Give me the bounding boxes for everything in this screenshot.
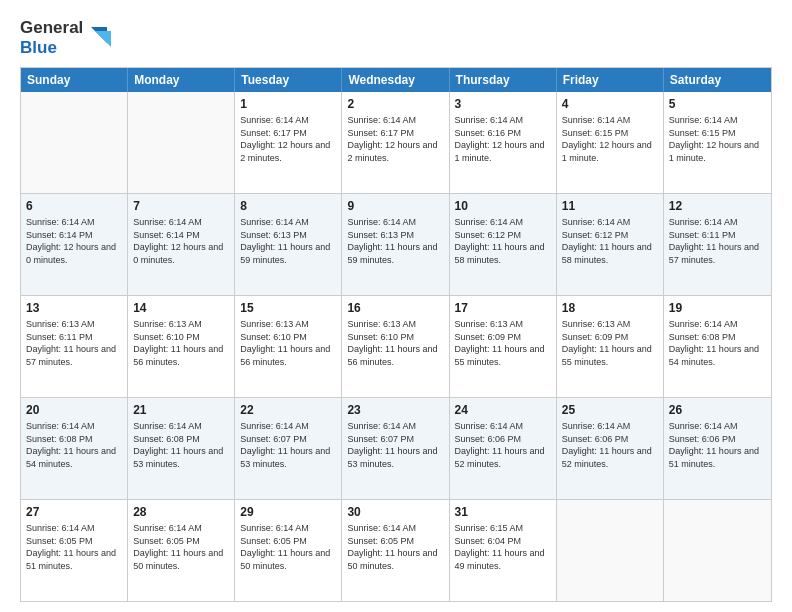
calendar-cell-0-3: 2Sunrise: 6:14 AM Sunset: 6:17 PM Daylig… bbox=[342, 92, 449, 193]
day-number: 11 bbox=[562, 198, 658, 214]
header-day-friday: Friday bbox=[557, 68, 664, 92]
calendar-cell-4-2: 29Sunrise: 6:14 AM Sunset: 6:05 PM Dayli… bbox=[235, 500, 342, 601]
calendar-header: SundayMondayTuesdayWednesdayThursdayFrid… bbox=[21, 68, 771, 92]
day-info: Sunrise: 6:14 AM Sunset: 6:12 PM Dayligh… bbox=[455, 216, 551, 266]
day-number: 18 bbox=[562, 300, 658, 316]
day-number: 26 bbox=[669, 402, 766, 418]
day-number: 22 bbox=[240, 402, 336, 418]
day-info: Sunrise: 6:13 AM Sunset: 6:09 PM Dayligh… bbox=[562, 318, 658, 368]
day-info: Sunrise: 6:13 AM Sunset: 6:09 PM Dayligh… bbox=[455, 318, 551, 368]
calendar-cell-3-0: 20Sunrise: 6:14 AM Sunset: 6:08 PM Dayli… bbox=[21, 398, 128, 499]
calendar-row-4: 27Sunrise: 6:14 AM Sunset: 6:05 PM Dayli… bbox=[21, 499, 771, 601]
header-day-sunday: Sunday bbox=[21, 68, 128, 92]
day-number: 7 bbox=[133, 198, 229, 214]
day-info: Sunrise: 6:14 AM Sunset: 6:15 PM Dayligh… bbox=[562, 114, 658, 164]
calendar-cell-1-3: 9Sunrise: 6:14 AM Sunset: 6:13 PM Daylig… bbox=[342, 194, 449, 295]
day-number: 27 bbox=[26, 504, 122, 520]
calendar-cell-4-0: 27Sunrise: 6:14 AM Sunset: 6:05 PM Dayli… bbox=[21, 500, 128, 601]
calendar-cell-2-4: 17Sunrise: 6:13 AM Sunset: 6:09 PM Dayli… bbox=[450, 296, 557, 397]
svg-marker-1 bbox=[95, 31, 111, 47]
day-info: Sunrise: 6:13 AM Sunset: 6:10 PM Dayligh… bbox=[240, 318, 336, 368]
day-number: 2 bbox=[347, 96, 443, 112]
calendar-cell-1-1: 7Sunrise: 6:14 AM Sunset: 6:14 PM Daylig… bbox=[128, 194, 235, 295]
day-number: 15 bbox=[240, 300, 336, 316]
day-info: Sunrise: 6:14 AM Sunset: 6:12 PM Dayligh… bbox=[562, 216, 658, 266]
calendar-cell-3-4: 24Sunrise: 6:14 AM Sunset: 6:06 PM Dayli… bbox=[450, 398, 557, 499]
day-number: 14 bbox=[133, 300, 229, 316]
calendar-cell-1-6: 12Sunrise: 6:14 AM Sunset: 6:11 PM Dayli… bbox=[664, 194, 771, 295]
day-number: 10 bbox=[455, 198, 551, 214]
day-number: 29 bbox=[240, 504, 336, 520]
day-info: Sunrise: 6:13 AM Sunset: 6:11 PM Dayligh… bbox=[26, 318, 122, 368]
day-info: Sunrise: 6:14 AM Sunset: 6:05 PM Dayligh… bbox=[347, 522, 443, 572]
calendar-row-2: 13Sunrise: 6:13 AM Sunset: 6:11 PM Dayli… bbox=[21, 295, 771, 397]
day-number: 13 bbox=[26, 300, 122, 316]
day-info: Sunrise: 6:14 AM Sunset: 6:14 PM Dayligh… bbox=[133, 216, 229, 266]
header-day-saturday: Saturday bbox=[664, 68, 771, 92]
calendar-body: 1Sunrise: 6:14 AM Sunset: 6:17 PM Daylig… bbox=[21, 92, 771, 601]
day-info: Sunrise: 6:14 AM Sunset: 6:05 PM Dayligh… bbox=[240, 522, 336, 572]
calendar-cell-3-1: 21Sunrise: 6:14 AM Sunset: 6:08 PM Dayli… bbox=[128, 398, 235, 499]
logo: General Blue bbox=[20, 18, 113, 57]
calendar-row-1: 6Sunrise: 6:14 AM Sunset: 6:14 PM Daylig… bbox=[21, 193, 771, 295]
day-info: Sunrise: 6:14 AM Sunset: 6:14 PM Dayligh… bbox=[26, 216, 122, 266]
day-number: 28 bbox=[133, 504, 229, 520]
day-info: Sunrise: 6:14 AM Sunset: 6:07 PM Dayligh… bbox=[240, 420, 336, 470]
day-info: Sunrise: 6:14 AM Sunset: 6:08 PM Dayligh… bbox=[669, 318, 766, 368]
calendar-cell-4-4: 31Sunrise: 6:15 AM Sunset: 6:04 PM Dayli… bbox=[450, 500, 557, 601]
day-number: 24 bbox=[455, 402, 551, 418]
day-number: 9 bbox=[347, 198, 443, 214]
day-info: Sunrise: 6:13 AM Sunset: 6:10 PM Dayligh… bbox=[133, 318, 229, 368]
day-info: Sunrise: 6:14 AM Sunset: 6:17 PM Dayligh… bbox=[347, 114, 443, 164]
day-info: Sunrise: 6:14 AM Sunset: 6:11 PM Dayligh… bbox=[669, 216, 766, 266]
calendar-cell-0-4: 3Sunrise: 6:14 AM Sunset: 6:16 PM Daylig… bbox=[450, 92, 557, 193]
day-info: Sunrise: 6:14 AM Sunset: 6:06 PM Dayligh… bbox=[455, 420, 551, 470]
day-number: 20 bbox=[26, 402, 122, 418]
calendar-cell-2-5: 18Sunrise: 6:13 AM Sunset: 6:09 PM Dayli… bbox=[557, 296, 664, 397]
day-info: Sunrise: 6:14 AM Sunset: 6:07 PM Dayligh… bbox=[347, 420, 443, 470]
day-info: Sunrise: 6:13 AM Sunset: 6:10 PM Dayligh… bbox=[347, 318, 443, 368]
calendar-cell-0-2: 1Sunrise: 6:14 AM Sunset: 6:17 PM Daylig… bbox=[235, 92, 342, 193]
calendar-cell-3-2: 22Sunrise: 6:14 AM Sunset: 6:07 PM Dayli… bbox=[235, 398, 342, 499]
calendar-cell-3-5: 25Sunrise: 6:14 AM Sunset: 6:06 PM Dayli… bbox=[557, 398, 664, 499]
day-number: 16 bbox=[347, 300, 443, 316]
page-header: General Blue bbox=[20, 18, 772, 57]
calendar-cell-1-0: 6Sunrise: 6:14 AM Sunset: 6:14 PM Daylig… bbox=[21, 194, 128, 295]
calendar-cell-2-6: 19Sunrise: 6:14 AM Sunset: 6:08 PM Dayli… bbox=[664, 296, 771, 397]
calendar-cell-4-5 bbox=[557, 500, 664, 601]
calendar-cell-2-2: 15Sunrise: 6:13 AM Sunset: 6:10 PM Dayli… bbox=[235, 296, 342, 397]
header-day-monday: Monday bbox=[128, 68, 235, 92]
calendar-cell-0-0 bbox=[21, 92, 128, 193]
calendar-cell-2-0: 13Sunrise: 6:13 AM Sunset: 6:11 PM Dayli… bbox=[21, 296, 128, 397]
day-info: Sunrise: 6:14 AM Sunset: 6:17 PM Dayligh… bbox=[240, 114, 336, 164]
calendar-cell-1-2: 8Sunrise: 6:14 AM Sunset: 6:13 PM Daylig… bbox=[235, 194, 342, 295]
day-info: Sunrise: 6:15 AM Sunset: 6:04 PM Dayligh… bbox=[455, 522, 551, 572]
calendar-cell-0-5: 4Sunrise: 6:14 AM Sunset: 6:15 PM Daylig… bbox=[557, 92, 664, 193]
day-info: Sunrise: 6:14 AM Sunset: 6:15 PM Dayligh… bbox=[669, 114, 766, 164]
calendar: SundayMondayTuesdayWednesdayThursdayFrid… bbox=[20, 67, 772, 602]
day-info: Sunrise: 6:14 AM Sunset: 6:16 PM Dayligh… bbox=[455, 114, 551, 164]
day-number: 12 bbox=[669, 198, 766, 214]
calendar-cell-4-1: 28Sunrise: 6:14 AM Sunset: 6:05 PM Dayli… bbox=[128, 500, 235, 601]
day-number: 4 bbox=[562, 96, 658, 112]
calendar-cell-2-3: 16Sunrise: 6:13 AM Sunset: 6:10 PM Dayli… bbox=[342, 296, 449, 397]
day-info: Sunrise: 6:14 AM Sunset: 6:05 PM Dayligh… bbox=[26, 522, 122, 572]
header-day-thursday: Thursday bbox=[450, 68, 557, 92]
day-number: 8 bbox=[240, 198, 336, 214]
calendar-cell-1-4: 10Sunrise: 6:14 AM Sunset: 6:12 PM Dayli… bbox=[450, 194, 557, 295]
day-number: 23 bbox=[347, 402, 443, 418]
day-info: Sunrise: 6:14 AM Sunset: 6:13 PM Dayligh… bbox=[240, 216, 336, 266]
calendar-row-3: 20Sunrise: 6:14 AM Sunset: 6:08 PM Dayli… bbox=[21, 397, 771, 499]
day-number: 17 bbox=[455, 300, 551, 316]
day-number: 1 bbox=[240, 96, 336, 112]
day-info: Sunrise: 6:14 AM Sunset: 6:05 PM Dayligh… bbox=[133, 522, 229, 572]
calendar-cell-3-6: 26Sunrise: 6:14 AM Sunset: 6:06 PM Dayli… bbox=[664, 398, 771, 499]
logo-general: General bbox=[20, 18, 83, 38]
day-info: Sunrise: 6:14 AM Sunset: 6:06 PM Dayligh… bbox=[562, 420, 658, 470]
calendar-cell-2-1: 14Sunrise: 6:13 AM Sunset: 6:10 PM Dayli… bbox=[128, 296, 235, 397]
day-number: 25 bbox=[562, 402, 658, 418]
day-number: 21 bbox=[133, 402, 229, 418]
day-number: 5 bbox=[669, 96, 766, 112]
calendar-cell-0-1 bbox=[128, 92, 235, 193]
calendar-cell-1-5: 11Sunrise: 6:14 AM Sunset: 6:12 PM Dayli… bbox=[557, 194, 664, 295]
